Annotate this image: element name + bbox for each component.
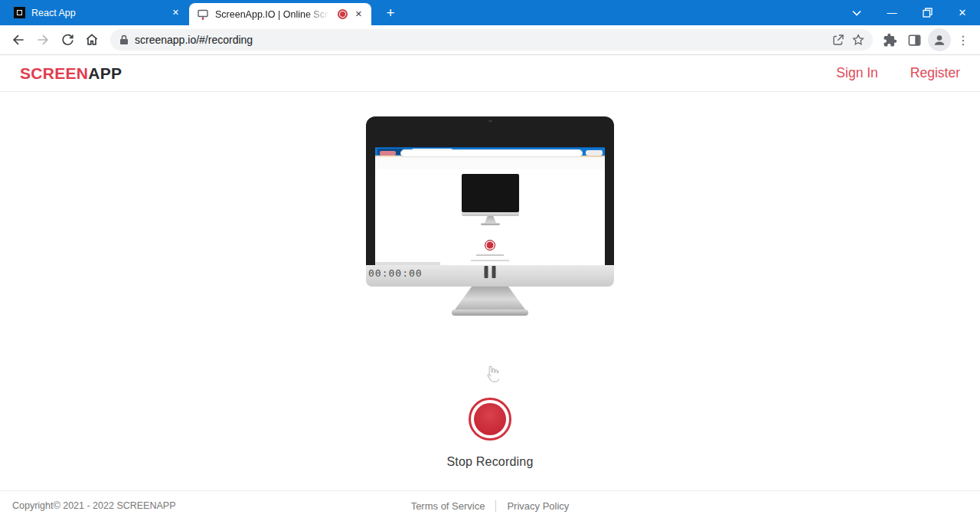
mini-record-button — [485, 240, 495, 251]
tab-react-app[interactable]: React App ✕ — [6, 0, 188, 25]
react-app-favicon-icon — [14, 7, 25, 18]
restore-button[interactable] — [910, 0, 945, 25]
logo-part-2: APP — [88, 64, 122, 82]
stop-recording-button[interactable] — [469, 398, 511, 441]
tab-title: ScreenApp.IO | Online Screen — [215, 9, 332, 20]
tab-search-chevron-icon[interactable] — [839, 0, 874, 25]
tab-recording-icon — [338, 9, 348, 19]
recording-preview — [375, 147, 605, 265]
new-tab-button[interactable]: + — [381, 4, 400, 22]
pause-button[interactable] — [485, 266, 496, 278]
tab-screenapp[interactable]: ScreenApp.IO | Online Screen ✕ — [189, 3, 371, 25]
footer-divider — [495, 500, 496, 512]
mini-pause-row — [471, 260, 509, 261]
extensions-puzzle-icon[interactable] — [877, 28, 902, 52]
back-button[interactable] — [6, 28, 31, 52]
terms-of-service-link[interactable]: Terms of Service — [411, 500, 485, 512]
recording-timer: 00:00:00 — [368, 267, 423, 279]
close-window-button[interactable]: ✕ — [945, 0, 980, 25]
forward-button[interactable] — [31, 28, 55, 52]
mini-monitor — [462, 174, 519, 212]
mini-logo — [380, 151, 396, 156]
mini-address-bar — [400, 149, 583, 157]
browser-menu-button[interactable]: ⋮ — [952, 33, 974, 48]
privacy-policy-link[interactable]: Privacy Policy — [507, 500, 569, 512]
side-panel-icon[interactable] — [902, 28, 926, 52]
window-controls: — ✕ — [839, 0, 980, 25]
profile-avatar[interactable] — [928, 28, 951, 51]
bookmark-star-icon[interactable] — [851, 33, 865, 47]
tab-close-icon[interactable]: ✕ — [171, 7, 181, 18]
monitor-illustration: 00:00:00 — [366, 116, 614, 287]
screenapp-logo[interactable]: SCREENAPP — [20, 64, 122, 83]
tab-title: React App — [31, 8, 165, 18]
home-button[interactable] — [80, 28, 104, 52]
url-text: screenapp.io/#/recording — [135, 34, 825, 46]
tab-close-icon[interactable]: ✕ — [354, 8, 364, 20]
register-link[interactable]: Register — [910, 65, 960, 81]
site-footer: Copyright© 2021 - 2022 SCREENAPP Terms o… — [0, 490, 980, 520]
mini-toolbar — [375, 157, 605, 169]
stop-recording-label: Stop Recording — [0, 455, 980, 469]
footer-links: Terms of Service Privacy Policy — [411, 500, 570, 512]
recording-page: 00:00:00 Stop Recording — [0, 92, 980, 490]
mini-monitor-stand — [485, 216, 496, 223]
browser-toolbar: screenapp.io/#/recording ⋮ — [0, 25, 980, 55]
mini-stop-label — [476, 254, 504, 256]
share-icon[interactable] — [831, 33, 845, 47]
lock-icon — [119, 34, 129, 45]
site-header: SCREENAPP Sign In Register — [0, 55, 980, 92]
hand-cursor-icon — [485, 364, 499, 383]
monitor-stand — [455, 287, 525, 310]
reload-button[interactable] — [55, 28, 80, 52]
screenapp-monitor-favicon-icon — [197, 8, 209, 21]
copyright-text: Copyright© 2021 - 2022 SCREENAPP — [12, 500, 175, 511]
sign-in-link[interactable]: Sign In — [836, 65, 877, 81]
mini-nav-links — [586, 150, 603, 156]
site-nav: Sign In Register — [836, 65, 960, 81]
mini-monitor-base — [481, 223, 500, 225]
browser-titlebar: React App ✕ ScreenApp.IO | Online Screen… — [0, 0, 980, 25]
logo-part-1: SCREEN — [20, 64, 88, 82]
monitor-base — [452, 310, 528, 316]
mini-monitor-chin — [462, 212, 519, 216]
address-bar[interactable]: screenapp.io/#/recording — [110, 29, 873, 51]
minimize-button[interactable]: — — [874, 0, 910, 25]
